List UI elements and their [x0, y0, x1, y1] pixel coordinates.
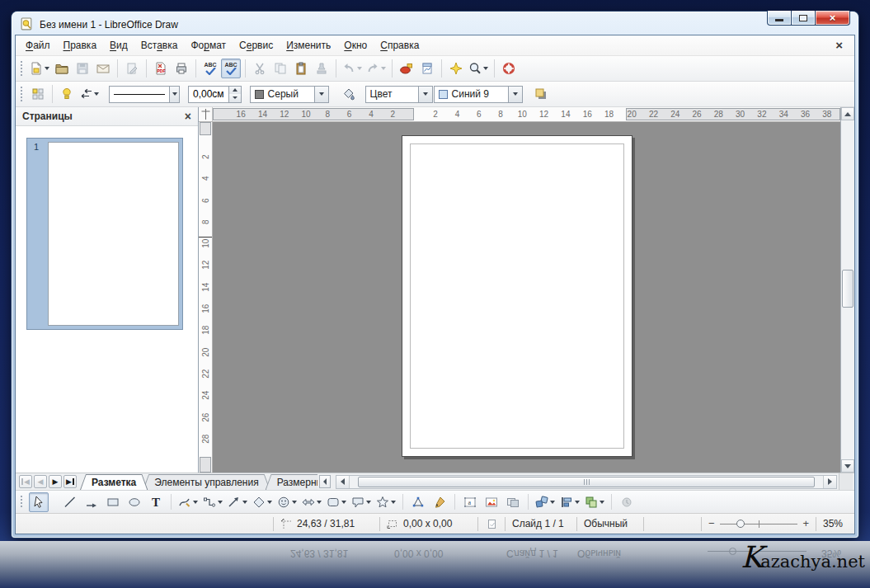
new-dropdown-icon[interactable] — [45, 67, 49, 70]
minimize-button[interactable] — [767, 11, 792, 26]
tab-layout[interactable]: Разметка — [80, 474, 148, 490]
spelling-button[interactable]: ABC — [200, 59, 220, 78]
spin-down-icon[interactable] — [229, 94, 241, 102]
zoom-percent-field[interactable]: 35% — [816, 514, 854, 534]
fontwork-button[interactable]: a — [460, 492, 480, 512]
undo-button[interactable] — [341, 59, 364, 78]
rotate-dropdown-icon[interactable] — [550, 501, 555, 504]
navigator-button[interactable] — [417, 59, 437, 78]
menu-item[interactable]: Окно — [337, 36, 374, 54]
scroll-left-icon[interactable] — [336, 476, 350, 488]
lines-arrows-dropdown-icon[interactable] — [242, 501, 247, 504]
next-page-button[interactable]: ▶ — [49, 475, 62, 488]
toolbar-grip[interactable] — [20, 495, 23, 509]
callouts-dropdown-icon[interactable] — [366, 501, 371, 504]
zoom-in-icon[interactable]: + — [802, 520, 809, 528]
select-tool-button[interactable] — [29, 492, 49, 512]
line-style-dropdown-icon[interactable] — [169, 87, 179, 102]
block-arrows-dropdown-icon[interactable] — [317, 501, 322, 504]
menu-item[interactable]: Правка — [57, 36, 104, 54]
menu-item[interactable]: Вид — [103, 36, 134, 54]
pages-panel-body[interactable]: 1 — [16, 126, 198, 473]
block-arrows-tool-button[interactable] — [300, 492, 323, 512]
undo-dropdown-icon[interactable] — [357, 67, 362, 70]
connector-dropdown-icon[interactable] — [218, 501, 223, 504]
fill-type-select[interactable]: Цвет — [365, 86, 433, 103]
toolbar-grip[interactable] — [20, 60, 23, 77]
clone-formatting-button[interactable] — [312, 59, 332, 78]
cut-button[interactable] — [250, 59, 270, 78]
menu-item[interactable]: Справка — [374, 36, 426, 54]
last-page-button[interactable]: ▶ — [63, 475, 77, 488]
symbol-shapes-tool-button[interactable] — [275, 492, 299, 512]
glue-points-button[interactable] — [430, 492, 449, 512]
title-bar[interactable]: Без имени 1 - LibreOffice Draw × — [12, 12, 858, 35]
ellipse-tool-button[interactable] — [125, 492, 144, 512]
help-button[interactable] — [499, 59, 519, 78]
first-page-button[interactable]: ◀ — [19, 475, 32, 488]
zoom-slider-handle[interactable] — [736, 520, 745, 528]
print-button[interactable] — [172, 59, 191, 78]
toolbar-grip[interactable] — [20, 86, 23, 102]
rectangle-tool-button[interactable] — [103, 492, 123, 512]
symbol-shapes-dropdown-icon[interactable] — [292, 501, 297, 504]
curve-tool-button[interactable] — [176, 492, 200, 512]
basic-shapes-tool-button[interactable] — [251, 492, 274, 512]
page-thumbnail[interactable]: 1 — [26, 138, 183, 330]
maximize-button[interactable] — [792, 11, 816, 26]
vertical-scrollbar[interactable] — [840, 107, 854, 473]
gallery-frames-button[interactable] — [503, 492, 523, 512]
redo-dropdown-icon[interactable] — [381, 67, 386, 70]
auto-spellcheck-button[interactable]: ABC — [221, 59, 241, 78]
draw-functions-button[interactable] — [397, 59, 416, 78]
callouts-tool-button[interactable] — [350, 492, 373, 512]
export-pdf-button[interactable]: PDF — [151, 59, 171, 78]
line-width-spin-buttons[interactable] — [228, 87, 241, 102]
lines-arrows-tool-button[interactable] — [226, 492, 249, 512]
arrow-style-dropdown-icon[interactable] — [94, 92, 99, 96]
drawing-canvas[interactable] — [213, 122, 840, 473]
fill-color-dropdown-icon[interactable] — [508, 87, 522, 102]
curve-dropdown-icon[interactable] — [193, 501, 198, 504]
close-button[interactable]: × — [816, 11, 850, 26]
gallery-button[interactable] — [446, 59, 466, 78]
scroll-down-icon[interactable] — [841, 459, 854, 473]
interaction-button[interactable] — [617, 492, 637, 512]
tab-dimension-lines[interactable]: Размерные — [266, 474, 317, 490]
horizontal-scrollbar[interactable] — [336, 475, 837, 489]
open-button[interactable] — [52, 59, 72, 78]
email-button[interactable] — [93, 59, 113, 78]
close-document-icon[interactable]: × — [832, 40, 846, 50]
text-tool-button[interactable]: T — [146, 492, 166, 512]
flowchart-tool-button[interactable] — [325, 492, 348, 512]
edit-file-button[interactable] — [122, 59, 142, 78]
line-width-value[interactable]: 0,00см — [189, 88, 228, 100]
redo-button[interactable] — [364, 59, 388, 78]
save-button[interactable] — [73, 59, 92, 78]
line-color-select[interactable]: Серый — [250, 86, 329, 103]
zoom-dropdown-icon[interactable] — [483, 67, 488, 70]
copy-button[interactable] — [270, 59, 290, 78]
slide-number-field[interactable]: Слайд 1 / 1 — [506, 514, 576, 534]
line-arrow-end-tool-button[interactable] — [82, 492, 101, 512]
scroll-right-icon[interactable] — [823, 476, 836, 488]
lamp-icon-button[interactable] — [57, 84, 77, 104]
horizontal-ruler[interactable]: 161412108642 24681012141618 202224262830… — [213, 107, 840, 121]
vertical-scroll-track[interactable] — [841, 120, 854, 459]
connector-tool-button[interactable] — [201, 492, 224, 512]
stars-tool-button[interactable] — [374, 492, 397, 512]
line-color-dropdown-icon[interactable] — [314, 87, 328, 102]
vertical-ruler[interactable]: 246810121416182022242628 — [199, 122, 213, 473]
zoom-slider-track[interactable] — [720, 524, 798, 524]
new-document-button[interactable] — [28, 59, 51, 78]
stars-dropdown-icon[interactable] — [391, 501, 396, 504]
menu-item[interactable]: Вставка — [134, 36, 185, 54]
basic-shapes-dropdown-icon[interactable] — [267, 501, 272, 504]
line-tool-button[interactable] — [60, 492, 80, 512]
horizontal-scroll-thumb[interactable] — [358, 477, 815, 487]
rotate-tool-button[interactable] — [534, 492, 557, 512]
edit-points-button[interactable] — [408, 492, 428, 512]
tab-scroll-left-icon[interactable] — [319, 475, 331, 488]
menu-item[interactable]: Сервис — [233, 36, 280, 54]
spin-up-icon[interactable] — [229, 87, 241, 95]
